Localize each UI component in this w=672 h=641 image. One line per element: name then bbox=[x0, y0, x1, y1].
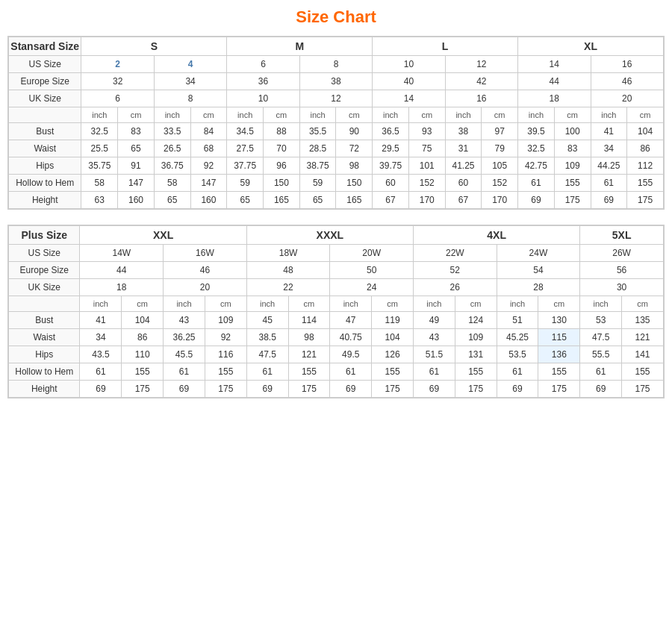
hips-0: 35.75 bbox=[81, 157, 118, 175]
pht-8: 69 bbox=[413, 381, 455, 398]
eu-36: 36 bbox=[227, 73, 299, 90]
height-8: 67 bbox=[373, 192, 409, 209]
bust-6: 35.5 bbox=[299, 123, 336, 140]
bust-label: Bust bbox=[9, 123, 81, 140]
hips-13: 109 bbox=[554, 157, 591, 175]
waist-0: 25.5 bbox=[81, 140, 118, 157]
plus-hollow-label: Hollow to Hem bbox=[9, 363, 80, 381]
eu-44: 44 bbox=[518, 73, 591, 90]
hollow-15: 155 bbox=[627, 175, 664, 192]
hips-10: 41.25 bbox=[445, 157, 482, 175]
ph-11: 136 bbox=[538, 346, 580, 363]
plus-unit-12: inch bbox=[580, 296, 622, 312]
height-11: 170 bbox=[482, 192, 518, 209]
ph-12: 55.5 bbox=[580, 346, 622, 363]
phh-9: 155 bbox=[455, 363, 497, 381]
bust-12: 39.5 bbox=[518, 123, 555, 140]
l-header: L bbox=[373, 37, 518, 56]
std-unit-11: cm bbox=[482, 107, 518, 123]
plus-uk-30: 30 bbox=[580, 279, 664, 296]
hips-5: 96 bbox=[264, 157, 300, 175]
plus-unit-4: inch bbox=[246, 296, 288, 312]
plus-bust-label: Bust bbox=[9, 312, 80, 329]
pw-12: 47.5 bbox=[580, 329, 622, 346]
height-row: Height 63 160 65 160 65 165 65 165 67 17… bbox=[9, 192, 664, 209]
plus-unit-5: cm bbox=[288, 296, 330, 312]
pht-4: 69 bbox=[246, 381, 288, 398]
waist-4: 27.5 bbox=[227, 140, 264, 157]
plus-bust-row: Bust 41 104 43 109 45 114 47 119 49 124 … bbox=[9, 312, 664, 329]
waist-7: 72 bbox=[336, 140, 373, 157]
plus-us-22w: 22W bbox=[413, 245, 497, 262]
bust-10: 38 bbox=[445, 123, 482, 140]
bust-14: 41 bbox=[591, 123, 627, 140]
waist-12: 32.5 bbox=[518, 140, 555, 157]
std-unit-2: inch bbox=[154, 107, 190, 123]
hips-9: 101 bbox=[408, 157, 445, 175]
pht-12: 69 bbox=[580, 381, 622, 398]
phh-2: 61 bbox=[164, 363, 205, 381]
phh-7: 155 bbox=[372, 363, 414, 381]
plus-unit-6: inch bbox=[330, 296, 372, 312]
uk-14: 14 bbox=[373, 90, 445, 107]
pht-13: 175 bbox=[622, 381, 664, 398]
plus-eu-44: 44 bbox=[80, 262, 164, 279]
pht-10: 69 bbox=[497, 381, 538, 398]
waist-14: 34 bbox=[591, 140, 627, 157]
pb-0: 41 bbox=[80, 312, 122, 329]
eu-38: 38 bbox=[299, 73, 372, 90]
uk-6: 6 bbox=[81, 90, 154, 107]
ph-6: 49.5 bbox=[330, 346, 372, 363]
pb-9: 124 bbox=[455, 312, 497, 329]
waist-row: Waist 25.5 65 26.5 68 27.5 70 28.5 72 29… bbox=[9, 140, 664, 157]
hips-11: 105 bbox=[482, 157, 518, 175]
4xl-header: 4XL bbox=[413, 226, 579, 245]
pht-6: 69 bbox=[330, 381, 372, 398]
height-14: 69 bbox=[591, 192, 627, 209]
us-14: 14 bbox=[518, 56, 591, 73]
bust-9: 93 bbox=[408, 123, 445, 140]
plus-eu-46: 46 bbox=[164, 262, 247, 279]
bust-13: 100 bbox=[554, 123, 591, 140]
bust-row: Bust 32.5 83 33.5 84 34.5 88 35.5 90 36.… bbox=[9, 123, 664, 140]
waist-label: Waist bbox=[9, 140, 81, 157]
plus-hollow-row: Hollow to Hem 61 155 61 155 61 155 61 15… bbox=[9, 363, 664, 381]
height-6: 65 bbox=[299, 192, 336, 209]
plus-waist-row: Waist 34 86 36.25 92 38.5 98 40.75 104 4… bbox=[9, 329, 664, 346]
pw-2: 36.25 bbox=[164, 329, 205, 346]
europe-size-label: Europe Size bbox=[9, 73, 81, 90]
ph-4: 47.5 bbox=[246, 346, 288, 363]
us-size-label: US Size bbox=[9, 56, 81, 73]
eu-46: 46 bbox=[591, 73, 664, 90]
pb-1: 104 bbox=[122, 312, 164, 329]
uk-8: 8 bbox=[154, 90, 226, 107]
us-10: 10 bbox=[373, 56, 445, 73]
plus-eu-48: 48 bbox=[246, 262, 330, 279]
hips-14: 44.25 bbox=[591, 157, 627, 175]
plus-hips-row: Hips 43.5 110 45.5 116 47.5 121 49.5 126… bbox=[9, 346, 664, 363]
std-unit-10: inch bbox=[445, 107, 482, 123]
plus-us-18w: 18W bbox=[246, 245, 330, 262]
std-unit-9: cm bbox=[408, 107, 445, 123]
plus-uk-18: 18 bbox=[80, 279, 164, 296]
phh-6: 61 bbox=[330, 363, 372, 381]
plus-size-label: Plus Size bbox=[9, 226, 80, 245]
bust-7: 90 bbox=[336, 123, 373, 140]
plus-unit-0: inch bbox=[80, 296, 122, 312]
std-unit-0: inch bbox=[81, 107, 118, 123]
plus-size-table: Plus Size XXL XXXL 4XL 5XL US Size 14W 1… bbox=[7, 225, 665, 398]
plus-unit-9: cm bbox=[455, 296, 497, 312]
plus-unit-2: inch bbox=[164, 296, 205, 312]
std-unit-12: inch bbox=[518, 107, 555, 123]
hollow-10: 60 bbox=[445, 175, 482, 192]
hollow-9: 152 bbox=[408, 175, 445, 192]
std-unit-6: inch bbox=[299, 107, 336, 123]
waist-11: 79 bbox=[482, 140, 518, 157]
plus-unit-11: cm bbox=[538, 296, 580, 312]
phh-4: 61 bbox=[246, 363, 288, 381]
ph-10: 53.5 bbox=[497, 346, 538, 363]
phh-10: 61 bbox=[497, 363, 538, 381]
hips-8: 39.75 bbox=[373, 157, 409, 175]
us-8: 8 bbox=[299, 56, 372, 73]
pb-13: 135 bbox=[622, 312, 664, 329]
